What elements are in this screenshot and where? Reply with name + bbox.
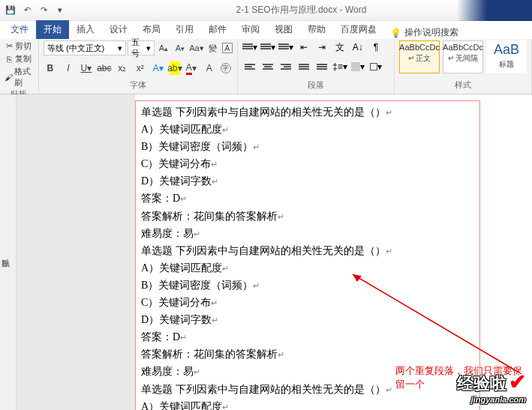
title-right-region xyxy=(457,0,532,21)
grow-font-button[interactable]: A▴ xyxy=(156,40,171,55)
cut-button[interactable]: ✂剪切 xyxy=(5,40,34,52)
bold-button[interactable]: B xyxy=(44,61,57,75)
brush-icon: 🖌 xyxy=(5,73,13,82)
redo-icon[interactable]: ↷ xyxy=(38,4,50,16)
font-color-button[interactable]: A▾ xyxy=(185,61,198,75)
style-normal[interactable]: AaBbCcDc ↵ 正文 xyxy=(399,40,440,73)
font-group: 等线 (中文正文)▾ 五号▾ A▴ A▾ Aa▾ 變 A B I U▾ abc … xyxy=(39,39,238,94)
italic-button[interactable]: I xyxy=(62,61,75,75)
ribbon: ✂剪切 ⎘复制 🖌格式刷 贴板 等线 (中文正文)▾ 五号▾ A▴ A▾ Aa▾… xyxy=(0,39,532,94)
tab-review[interactable]: 审阅 xyxy=(234,20,267,39)
char-border-button[interactable]: A xyxy=(222,43,233,53)
styles-label: 样式 xyxy=(399,79,527,92)
copy-icon: ⎘ xyxy=(5,55,14,64)
tab-file[interactable]: 文件 xyxy=(3,20,36,39)
tab-insert[interactable]: 插入 xyxy=(69,20,102,39)
qat-more-icon[interactable]: ▾ xyxy=(54,4,66,16)
quick-access-toolbar: 💾 ↶ ↷ ▾ xyxy=(0,4,71,16)
svg-line-0 xyxy=(353,274,518,372)
align-right-button[interactable] xyxy=(278,60,293,73)
left-margin-space xyxy=(17,94,135,410)
svg-marker-1 xyxy=(353,274,362,282)
document-page[interactable]: 单选题 下列因素中与自建网站的相关性无关的是（）↵ A）关键词匹配度↵ B）关键… xyxy=(135,94,532,410)
styles-group: AaBbCcDc ↵ 正文 AaBbCcDc ↵ 无间隔 AaB 标题 样式 xyxy=(395,39,532,94)
text-direction-button[interactable]: 文 xyxy=(332,40,347,54)
char-shading-button[interactable]: A xyxy=(203,61,216,75)
decrease-indent-button[interactable]: ⇤ xyxy=(296,40,311,54)
lightbulb-icon: 💡 xyxy=(390,28,401,38)
font-label: 字体 xyxy=(44,79,233,92)
enclose-char-button[interactable]: 字 xyxy=(221,63,231,73)
title-bar: 💾 ↶ ↷ ▾ 2-1 SEO作用与原理.docx - Word xyxy=(0,0,532,21)
strikethrough-button[interactable]: abc xyxy=(98,61,111,75)
align-center-button[interactable] xyxy=(260,60,275,73)
align-justify-button[interactable] xyxy=(296,60,311,73)
bullets-button[interactable]: ▾ xyxy=(242,40,257,54)
annotation-arrow-icon xyxy=(345,267,525,379)
style-no-spacing[interactable]: AaBbCcDc ↵ 无间隔 xyxy=(443,40,483,73)
tab-design[interactable]: 设计 xyxy=(102,20,135,39)
change-case-button[interactable]: Aa▾ xyxy=(189,40,204,55)
tab-help[interactable]: 帮助 xyxy=(300,20,333,39)
show-marks-button[interactable]: ¶ xyxy=(368,40,383,54)
borders-button[interactable]: ▾ xyxy=(368,60,383,73)
tab-view[interactable]: 视图 xyxy=(267,20,300,39)
tab-home[interactable]: 开始 xyxy=(36,20,69,39)
tab-references[interactable]: 引用 xyxy=(168,20,201,39)
scissors-icon: ✂ xyxy=(5,42,14,51)
save-icon[interactable]: 💾 xyxy=(5,4,17,16)
superscript-button[interactable]: x² xyxy=(134,61,147,75)
phonetic-guide-button[interactable]: 變 xyxy=(206,40,221,55)
font-size-select[interactable]: 五号▾ xyxy=(128,40,155,55)
align-left-button[interactable] xyxy=(242,60,257,73)
text-effects-button[interactable]: A▾ xyxy=(152,61,165,75)
tell-me-search[interactable]: 💡 操作说明搜索 xyxy=(390,26,458,39)
paragraph-label: 段落 xyxy=(242,79,389,92)
left-pane-label: 贴板 xyxy=(0,94,17,410)
sort-button[interactable]: A↓ xyxy=(350,40,365,54)
highlight-button[interactable]: ab▾ xyxy=(170,61,180,75)
multilevel-button[interactable]: ▾ xyxy=(278,40,293,54)
paragraph-group: ▾ ▾ ▾ ⇤ ⇥ 文 A↓ ¶ ‡≡▾ ▾ ▾ 段落 xyxy=(238,39,395,94)
format-painter-button[interactable]: 🖌格式刷 xyxy=(5,66,34,88)
subscript-button[interactable]: x₂ xyxy=(116,61,129,75)
annotation-text: 两个重复段落，我们只需要保留一个 xyxy=(395,364,523,391)
tab-mailings[interactable]: 邮件 xyxy=(201,20,234,39)
numbering-button[interactable]: ▾ xyxy=(260,40,275,54)
shrink-font-button[interactable]: A▾ xyxy=(173,40,188,55)
clipboard-group: ✂剪切 ⎘复制 🖌格式刷 贴板 xyxy=(0,39,39,94)
copy-button[interactable]: ⎘复制 xyxy=(5,53,34,64)
increase-indent-button[interactable]: ⇥ xyxy=(314,40,329,54)
ribbon-tabs: 文件 开始 插入 设计 布局 引用 邮件 审阅 视图 帮助 百度网盘 💡 操作说… xyxy=(0,21,532,39)
style-heading1[interactable]: AaB 标题 xyxy=(486,40,527,73)
align-distribute-button[interactable] xyxy=(314,60,329,73)
shading-button[interactable]: ▾ xyxy=(350,60,365,73)
tab-baidu[interactable]: 百度网盘 xyxy=(333,20,384,39)
undo-icon[interactable]: ↶ xyxy=(21,4,33,16)
font-name-select[interactable]: 等线 (中文正文)▾ xyxy=(44,40,126,55)
underline-button[interactable]: U▾ xyxy=(80,61,93,75)
document-area: 贴板 单选题 下列因素中与自建网站的相关性无关的是（）↵ A）关键词匹配度↵ B… xyxy=(0,94,532,410)
line-spacing-button[interactable]: ‡≡▾ xyxy=(332,60,347,73)
